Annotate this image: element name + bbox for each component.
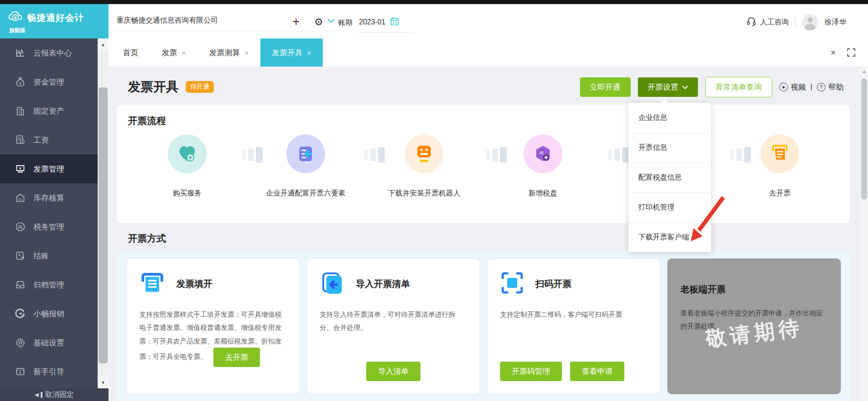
flow-step-go-invoice[interactable]: 去开票 xyxy=(721,134,839,198)
help-icon: ? xyxy=(817,83,826,91)
period-label: 账期 xyxy=(338,18,353,28)
menu-item-company-info[interactable]: 企业信息 xyxy=(628,103,711,133)
sidebar: 云报表中心 ¥ 资金管理 固定资产 ¥ 工资 ¥ 发票管理 库存核算 税 税务管… xyxy=(0,38,108,401)
menu-item-download-client[interactable]: 下载开票客户端 xyxy=(628,222,711,252)
import-list-button[interactable]: 导入清单 xyxy=(366,362,420,381)
svg-text:税: 税 xyxy=(18,224,23,229)
chevron-down-icon xyxy=(682,82,688,91)
sidebar-item-tax[interactable]: 税 税务管理 xyxy=(0,212,98,241)
live-support-button[interactable]: 人工咨询 xyxy=(746,16,789,28)
flow-arrow xyxy=(730,147,751,162)
invoice-icon: ¥ xyxy=(14,163,26,175)
invoice-settings-button[interactable]: 开票设置 xyxy=(638,77,698,97)
page-title: 发票开具 xyxy=(128,78,179,95)
scroll-down-icon[interactable]: ▼ xyxy=(98,377,108,388)
settings-gear-icon[interactable]: ⚙ xyxy=(314,16,323,28)
scroll-up-icon[interactable]: ▲ xyxy=(98,38,108,50)
close-tab-icon[interactable]: × xyxy=(307,49,311,57)
card-title: 发票填开 xyxy=(176,278,212,290)
go-invoice-button[interactable]: 去开票 xyxy=(213,348,260,367)
close-tab-icon[interactable]: × xyxy=(245,49,249,57)
card-manual-invoice: 发票填开 支持按照发票样式手工填开发票；可开具增值税电子普通发票、增值税普通发票… xyxy=(126,258,300,394)
sidebar-item-label: 税务管理 xyxy=(33,222,64,232)
sidebar-item-label: 固定资产 xyxy=(33,106,64,116)
sidebar-item-cloud-reports[interactable]: 云报表中心 xyxy=(0,38,98,67)
page-scroll-thumb[interactable] xyxy=(861,78,867,200)
abnormal-list-button[interactable]: 异常清单查询 xyxy=(705,77,772,97)
sidebar-item-guide[interactable]: 新手引导 xyxy=(0,357,98,386)
invoice-code-manage-button[interactable]: 开票码管理 xyxy=(500,362,562,381)
unpin-sidebar-button[interactable]: ◀ 取消固定 xyxy=(0,388,108,401)
payroll-calc-icon: ¥ xyxy=(14,134,26,146)
card-desc: 支持按照发票样式手工填开发票；可开具增值税电子普通发票、增值税普通发票、增值税专… xyxy=(139,310,282,360)
avatar[interactable] xyxy=(802,14,818,30)
tab-invoice-calc[interactable]: 发票测算× xyxy=(198,38,260,67)
period-selector[interactable]: 2023-01 xyxy=(358,15,413,33)
calendar-icon xyxy=(390,17,399,28)
flow-step-configure-elements[interactable]: 企业开通配置开票六要素 xyxy=(246,134,365,198)
sidebar-item-label: 小畅报销 xyxy=(33,309,64,319)
sidebar-item-expense[interactable]: 小畅报销 xyxy=(0,299,98,328)
invoice-robot-icon xyxy=(405,134,443,173)
divider: | xyxy=(811,82,812,91)
menu-item-printer-management[interactable]: 打印机管理 xyxy=(628,192,711,222)
import-list-icon xyxy=(320,271,345,297)
sidebar-item-label: 新手引导 xyxy=(33,367,64,377)
user-name[interactable]: 徐泽华 xyxy=(825,18,846,27)
sidebar-item-settings[interactable]: 基础设置 xyxy=(0,328,98,357)
flow-step-buy-service[interactable]: 购买服务 xyxy=(128,134,246,198)
menu-item-tax-disk-config[interactable]: 配置税盘信息 xyxy=(628,162,711,192)
page-scrollbar[interactable]: ▲ xyxy=(860,67,868,401)
svg-text:¥: ¥ xyxy=(19,81,22,86)
help-button[interactable]: ? 帮助 xyxy=(817,82,844,92)
sidebar-item-archive[interactable]: 归档管理 xyxy=(0,270,98,299)
sidebar-scrollbar[interactable]: ▲ ▼ xyxy=(98,38,108,388)
play-icon: ▶ xyxy=(779,83,788,91)
headset-icon xyxy=(746,16,756,28)
window-top-strip xyxy=(0,0,868,4)
card-title: 扫码开票 xyxy=(535,278,571,290)
go-invoice-icon xyxy=(760,134,799,173)
sidebar-item-label: 库存核算 xyxy=(33,193,64,203)
tab-bar: 首页 发票× 发票测算× 发票开具× × xyxy=(108,38,868,67)
sidebar-item-label: 归档管理 xyxy=(33,280,64,290)
main-content: 发票开具 待开通 立即开通 开票设置 异常清单查询 ▶ 视频 | ? 帮助 xyxy=(108,67,860,401)
sidebar-item-funds[interactable]: ¥ 资金管理 xyxy=(0,67,98,96)
sidebar-item-inventory[interactable]: 库存核算 xyxy=(0,183,98,212)
view-requests-button[interactable]: 查看申请 xyxy=(570,362,624,381)
support-label: 人工咨询 xyxy=(760,18,789,27)
invoicing-methods-panel: 发票填开 支持按照发票样式手工填开发票；可开具增值税电子普通发票、增值税普通发票… xyxy=(117,250,850,401)
tab-invoice-issue[interactable]: 发票开具× xyxy=(260,38,323,67)
invoice-settings-label: 开票设置 xyxy=(648,82,679,92)
status-badge: 待开通 xyxy=(186,81,214,93)
close-all-tabs-icon[interactable]: × xyxy=(824,38,842,67)
sidebar-item-invoice-management[interactable]: ¥ 发票管理 xyxy=(0,154,98,183)
flow-step-install-robot[interactable]: 下载并安装开票机器人 xyxy=(365,134,483,198)
sidebar-item-payroll[interactable]: ¥ 工资 xyxy=(0,125,98,154)
svg-text:¥: ¥ xyxy=(19,166,22,171)
add-account-button[interactable]: + xyxy=(292,15,300,29)
card-desc: 支持导入待开票清单，可对待开票清单进行拆分、合并处理。 xyxy=(320,308,467,334)
video-button[interactable]: ▶ 视频 xyxy=(779,82,806,92)
app-title: 畅捷通好会计 xyxy=(27,12,84,24)
xiaochang-expense-icon xyxy=(14,308,26,320)
sidebar-item-label: 资金管理 xyxy=(33,77,64,87)
tab-home[interactable]: 首页 xyxy=(111,38,150,67)
menu-item-invoicing-info[interactable]: 开票信息 xyxy=(628,133,711,162)
fullscreen-icon[interactable] xyxy=(842,38,860,67)
flow-step-add-tax-disk[interactable]: 税 新增税盘 xyxy=(484,134,602,198)
unpin-label: 取消固定 xyxy=(45,390,74,400)
sidebar-item-fixed-assets[interactable]: 固定资产 xyxy=(0,96,98,125)
company-selector[interactable]: 重庆畅捷交通信息咨询有限公司 xyxy=(116,12,336,31)
video-guide-icon xyxy=(14,366,26,377)
activate-now-button[interactable]: 立即开通 xyxy=(580,77,631,97)
scroll-up-icon[interactable]: ▲ xyxy=(860,67,868,74)
tab-invoice[interactable]: 发票× xyxy=(150,38,198,67)
close-tab-icon[interactable]: × xyxy=(182,49,186,57)
sidebar-item-closing[interactable]: ¥ 结账 xyxy=(0,241,98,270)
warehouse-icon xyxy=(14,192,26,204)
qr-scan-icon xyxy=(500,271,524,297)
configure-elements-icon xyxy=(286,134,325,173)
card-scan-invoice: 扫码开票 支持定制开票二维码，客户端可扫码开票 开票码管理 查看申请 xyxy=(487,258,660,394)
sidebar-scroll-thumb[interactable] xyxy=(99,87,108,363)
